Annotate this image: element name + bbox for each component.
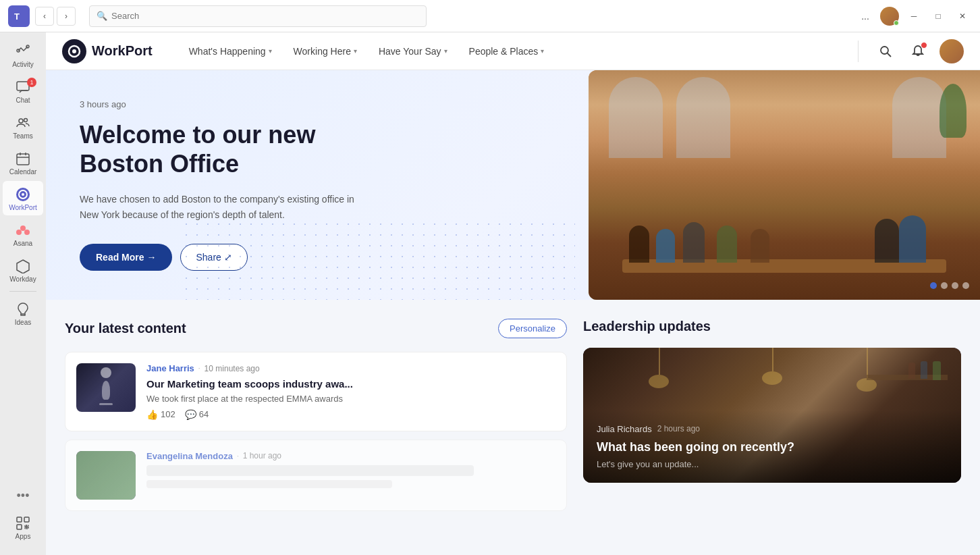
more-options-button[interactable]: ... — [856, 7, 875, 26]
comment-icon: 💬 — [185, 409, 196, 420]
leadership-excerpt: Let's give you an update... — [597, 459, 948, 469]
hero-timestamp: 3 hours ago — [80, 99, 555, 109]
nav-item-label: Have Your Say — [379, 46, 441, 57]
card-time: 1 hour ago — [243, 451, 281, 460]
title-search-bar[interactable]: 🔍 — [89, 5, 427, 27]
leadership-title: Leadership updates — [583, 319, 711, 334]
hero-section: 3 hours ago ‹ › Welcome to our new Bosto… — [46, 70, 980, 300]
svg-line-23 — [888, 53, 892, 57]
card-author-line: Jane Harris · 10 minutes ago — [146, 363, 555, 373]
nav-item-whats-happening[interactable]: What's Happening ▾ — [180, 41, 281, 62]
nav-item-label: Working Here — [294, 46, 351, 57]
forward-button[interactable]: › — [57, 7, 76, 26]
page-content: 3 hours ago ‹ › Welcome to our new Bosto… — [46, 70, 980, 555]
leadership-time: 2 hours ago — [657, 424, 700, 433]
sidebar-item-chat[interactable]: 1 Chat — [3, 74, 43, 108]
likes-count: 102 — [161, 409, 175, 419]
sidebar: Activity 1 Chat Teams — [0, 32, 46, 555]
leadership-card-title: What has been going on recently? — [597, 440, 948, 455]
nav-item-working-here[interactable]: Working Here ▾ — [284, 41, 366, 62]
sidebar-item-teams[interactable]: Teams — [3, 109, 43, 144]
leadership-author-line: Julia Richards 2 hours ago — [597, 424, 948, 434]
carousel-dot-1[interactable] — [930, 282, 937, 289]
sidebar-item-label: Calendar — [9, 168, 37, 176]
left-column: Your latest content Personalize — [65, 319, 567, 519]
svg-point-4 — [19, 119, 23, 123]
sidebar-item-apps[interactable]: Apps — [3, 510, 43, 544]
hero-image-container — [589, 70, 980, 300]
chevron-down-icon: ▾ — [354, 47, 357, 55]
title-bar: T ‹ › 🔍 ... ─ □ ✕ — [0, 0, 980, 32]
workport-icon — [15, 186, 31, 203]
nav-item-label: What's Happening — [189, 46, 266, 57]
hero-image — [589, 70, 980, 300]
svg-rect-14 — [17, 517, 22, 522]
svg-marker-13 — [17, 260, 29, 273]
workday-icon — [15, 258, 31, 274]
hero-bg-decoration — [181, 219, 575, 300]
content-card-image — [76, 451, 136, 500]
leadership-card[interactable]: Julia Richards 2 hours ago What has been… — [583, 348, 961, 483]
read-more-button[interactable]: Read More → — [80, 244, 172, 271]
content-card-thumbnail — [76, 363, 136, 412]
sidebar-item-label: Teams — [13, 132, 32, 140]
right-column: Leadership updates — [583, 319, 961, 519]
content-card-image — [76, 363, 136, 412]
latest-content-header: Your latest content Personalize — [65, 319, 567, 338]
back-button[interactable]: ‹ — [35, 7, 54, 26]
card-author: Evangelina Mendoza — [146, 451, 233, 461]
hero-description: We have chosen to add Boston to the comp… — [80, 192, 363, 222]
carousel-dot-4[interactable] — [962, 282, 969, 289]
notification-badge — [921, 42, 927, 49]
sidebar-item-workport[interactable]: WorkPort — [3, 181, 43, 215]
svg-rect-16 — [17, 525, 22, 529]
sidebar-item-ideas[interactable]: Ideas — [3, 296, 43, 330]
brand-logo: WorkPort — [62, 39, 153, 63]
sidebar-item-label: Workday — [9, 275, 36, 283]
sidebar-item-workday[interactable]: Workday — [3, 253, 43, 287]
sidebar-item-label: Chat — [16, 97, 30, 104]
search-icon: 🔍 — [97, 11, 107, 21]
sidebar-item-label: Apps — [16, 533, 31, 540]
content-card: Jane Harris · 10 minutes ago Our Marketi… — [65, 352, 567, 431]
sidebar-item-label: WorkPort — [9, 204, 37, 211]
sidebar-item-activity[interactable]: Activity — [3, 38, 43, 72]
nav-item-people-places[interactable]: People & Places ▾ — [460, 41, 554, 62]
brand-name-text: WorkPort — [92, 43, 153, 59]
nav-divider — [858, 41, 859, 62]
sidebar-item-calendar[interactable]: Calendar — [3, 145, 43, 180]
nav-item-have-your-say[interactable]: Have Your Say ▾ — [369, 41, 457, 62]
card-likes: 👍 102 — [146, 409, 175, 420]
card-time: 10 minutes ago — [205, 364, 260, 373]
search-input[interactable] — [111, 11, 419, 21]
teams-icon — [15, 115, 31, 131]
content-card-body: Jane Harris · 10 minutes ago Our Marketi… — [146, 363, 555, 420]
maximize-button[interactable]: □ — [929, 7, 948, 26]
svg-point-12 — [24, 230, 30, 235]
svg-rect-15 — [24, 517, 29, 522]
sidebar-divider — [9, 291, 36, 292]
card-author-line: Evangelina Mendoza · 1 hour ago — [146, 451, 555, 461]
notifications-bell[interactable] — [907, 41, 929, 62]
nav-arrows: ‹ › — [35, 7, 76, 26]
minimize-button[interactable]: ─ — [904, 7, 923, 26]
svg-text:T: T — [14, 11, 20, 22]
card-author: Jane Harris — [146, 363, 194, 373]
search-button[interactable] — [875, 41, 896, 62]
close-button[interactable]: ✕ — [953, 7, 972, 26]
title-bar-actions: ... ─ □ ✕ — [856, 7, 972, 26]
title-avatar[interactable] — [880, 7, 899, 26]
carousel-dot-2[interactable] — [941, 282, 948, 289]
personalize-button[interactable]: Personalize — [498, 319, 567, 338]
carousel-dot-3[interactable] — [952, 282, 958, 289]
hero-left: 3 hours ago ‹ › Welcome to our new Bosto… — [46, 70, 589, 300]
hero-title: Welcome to our new Boston Office — [80, 120, 555, 178]
more-dots[interactable]: ••• — [11, 483, 35, 508]
main-layout: Activity 1 Chat Teams — [0, 32, 980, 555]
activity-icon — [15, 43, 31, 59]
sidebar-item-asana[interactable]: Asana — [3, 217, 43, 251]
sidebar-item-label: Ideas — [15, 319, 31, 326]
leadership-author: Julia Richards — [597, 424, 652, 434]
user-avatar[interactable] — [940, 39, 964, 63]
latest-content-title: Your latest content — [65, 321, 186, 336]
